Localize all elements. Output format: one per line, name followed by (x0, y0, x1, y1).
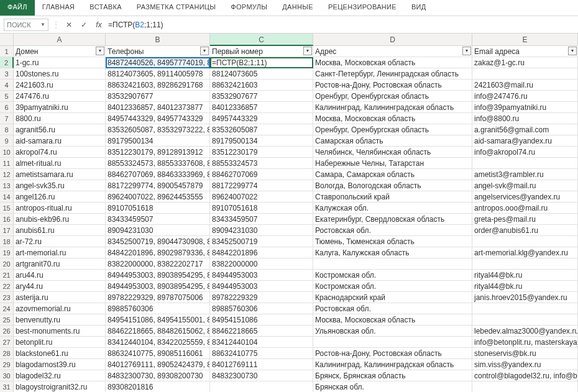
filter-dropdown-icon[interactable]: ▼ (96, 47, 104, 55)
row-header[interactable]: 16 (0, 214, 14, 225)
cell[interactable]: 84012336857, 84012373877 (106, 102, 210, 113)
cell[interactable]: Самарская область (313, 135, 472, 147)
filter-header-email[interactable]: Email адреса▼ (472, 46, 578, 57)
cell[interactable]: =ПСТР(B2;1;11) (210, 57, 313, 68)
cell[interactable]: anubis-ekb96.ru (14, 214, 106, 225)
cell[interactable]: Москва, Московская область (313, 314, 472, 326)
cell[interactable]: 89308201816 (106, 381, 210, 392)
cell[interactable]: 88172299774, 89005457879 (106, 180, 210, 191)
cell[interactable]: blagodel32.ru (14, 370, 106, 381)
cell[interactable]: 83822000000 (210, 258, 313, 270)
cell[interactable]: 84944953003, 89038954295, 8910 (106, 270, 210, 281)
cell[interactable]: 88462707069, 88463333969, 8901 (106, 169, 210, 180)
cell[interactable]: 2421603.ru (14, 80, 106, 91)
cell[interactable]: 83452500719, 89044730908, 8912 (106, 236, 210, 247)
cell[interactable]: betonplit.ru (14, 337, 106, 348)
confirm-icon[interactable]: ✓ (78, 21, 89, 29)
cell[interactable]: 88124073605 (210, 68, 313, 80)
cell[interactable]: agranit56.ru (14, 124, 106, 135)
row-header[interactable]: 6 (0, 102, 14, 113)
filter-dropdown-icon[interactable]: ▼ (462, 47, 471, 55)
row-header[interactable]: 13 (0, 180, 14, 191)
cell[interactable]: Вологда, Вологодская область (313, 180, 472, 191)
cell[interactable]: info@39pamyatniki.ru (472, 102, 578, 113)
row-header[interactable]: 9 (0, 135, 14, 147)
cell[interactable]: 84954151086, 84954155001, 8903 (106, 314, 210, 326)
cell[interactable]: 88124073605, 89114005978 (106, 68, 210, 80)
column-header-D[interactable]: D (313, 34, 472, 46)
cell[interactable]: info@akropol74.ru (472, 147, 578, 158)
cell[interactable]: almet-ritual.ru (14, 158, 106, 169)
cell[interactable]: 89624007022 (210, 191, 313, 203)
cell[interactable]: 8800.ru (14, 113, 106, 124)
cell[interactable]: art-memorial.klg@yandex.ru (472, 247, 578, 258)
cell[interactable]: asterija.ru (14, 292, 106, 303)
cell[interactable]: Набережные Челны, Татарстан (313, 158, 472, 169)
cell[interactable]: Ростов-на-Дону, Ростовская область (313, 348, 472, 359)
cell[interactable]: 84957443329 (210, 113, 313, 124)
cell[interactable]: rityal44@bk.ru (472, 281, 578, 292)
cell[interactable]: 83512230179 (210, 147, 313, 158)
cell[interactable] (472, 258, 578, 270)
ribbon-tab-файл[interactable]: ФАЙЛ (0, 0, 35, 16)
filter-dropdown-icon[interactable]: ▼ (303, 47, 312, 55)
cell[interactable]: Москва, Московская область (313, 57, 472, 68)
cell[interactable]: info@8800.ru (472, 113, 578, 124)
row-header[interactable]: 30 (0, 370, 14, 381)
row-header[interactable]: 22 (0, 281, 14, 292)
cell[interactable]: info@betonplit.ru, masterskaya_kamn (472, 337, 578, 348)
cell[interactable]: antropos-ritual.ru (14, 203, 106, 214)
cell[interactable]: 89782229329, 89787075006 (106, 292, 210, 303)
column-header-A[interactable]: A (14, 34, 106, 46)
cell[interactable]: Тюмень, Тюменская область (313, 236, 472, 247)
cell[interactable] (472, 68, 578, 80)
row-header[interactable]: 11 (0, 158, 14, 169)
cell[interactable]: 83532907677 (106, 91, 210, 102)
row-header[interactable]: 12 (0, 169, 14, 180)
cell[interactable]: art-memorial.ru (14, 247, 106, 258)
cell[interactable]: angelservices@yandex.ru (472, 191, 578, 203)
cell[interactable]: 84012336857 (210, 102, 313, 113)
cell[interactable]: angel126.ru (14, 191, 106, 203)
ribbon-tab-формулы[interactable]: ФОРМУЛЫ (223, 0, 275, 16)
cell[interactable]: Оренбург, Оренбургская область (313, 91, 472, 102)
cell[interactable]: 83433459507 (210, 214, 313, 225)
cell[interactable]: 83512230179, 89128913912 (106, 147, 210, 158)
cell[interactable]: aid-samara.ru (14, 135, 106, 147)
row-header[interactable]: 19 (0, 247, 14, 258)
cell[interactable]: a.granit56@gmail.com (472, 124, 578, 135)
filter-dropdown-icon[interactable]: ▼ (200, 47, 209, 55)
cell[interactable]: Костромская обл. (313, 270, 472, 281)
column-header-E[interactable]: E (472, 34, 578, 46)
cell[interactable]: zakaz@1-gc.ru (472, 57, 578, 68)
cell[interactable]: blagoystroigranit32.ru (14, 381, 106, 392)
row-header[interactable]: 15 (0, 203, 14, 214)
row-header[interactable]: 14 (0, 191, 14, 203)
cell[interactable]: 1-gc.ru (14, 57, 106, 68)
cell[interactable]: 89107051618 (210, 203, 313, 214)
cell[interactable]: azovmemorial.ru (14, 303, 106, 314)
cell[interactable]: best-monuments.ru (14, 326, 106, 337)
cell[interactable]: Калуга, Калужская область (313, 247, 472, 258)
cell[interactable]: 89782229329 (210, 292, 313, 303)
cell[interactable]: 84832300730, 89308200730 (106, 370, 210, 381)
cell[interactable]: 89094231030 (106, 225, 210, 236)
cell[interactable]: 89885760306 (210, 303, 313, 314)
cell[interactable]: info@247476.ru (472, 91, 578, 102)
cell[interactable]: 83452500719 (210, 236, 313, 247)
spreadsheet-grid[interactable]: A B C D E 1 Домен▼ Телефоны▼ Первый номе… (0, 34, 578, 392)
cell[interactable] (313, 337, 472, 348)
column-header-C[interactable]: C (210, 34, 313, 46)
row-header[interactable]: 29 (0, 359, 14, 370)
row-header[interactable]: 25 (0, 314, 14, 326)
cell[interactable]: Брянская обл. (313, 381, 472, 392)
row-header[interactable]: 26 (0, 326, 14, 337)
cell[interactable] (210, 381, 313, 392)
filter-dropdown-icon[interactable]: ▼ (568, 47, 577, 55)
row-header[interactable]: 23 (0, 292, 14, 303)
cell[interactable]: 88632421603 (210, 80, 313, 91)
row-header[interactable]: 5 (0, 91, 14, 102)
formula-input[interactable]: =ПСТР(B2;1;11) (108, 21, 574, 29)
cell[interactable]: 83433459507 (106, 214, 210, 225)
cell[interactable]: 89179500134 (106, 135, 210, 147)
